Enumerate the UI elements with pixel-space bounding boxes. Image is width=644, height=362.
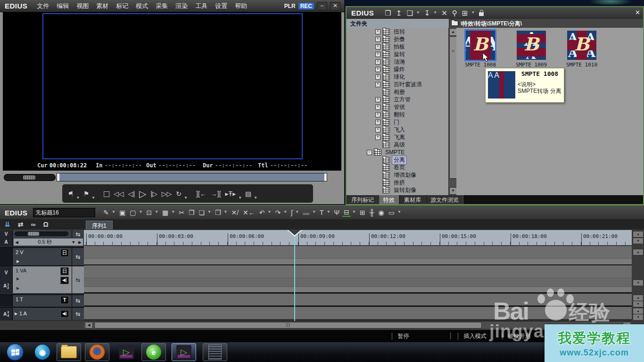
voiceover-icon[interactable]: Ψ [333,209,341,216]
open-project-icon[interactable]: ⊡ [145,209,153,216]
firefox-app[interactable] [85,343,109,361]
audio-mute-icon[interactable]: ◀) [60,277,69,284]
tree-item[interactable]: +扭转 [347,28,448,35]
dropdown-caret-icon[interactable]: ▼ [471,10,475,15]
plr-indicator[interactable]: PLR [284,3,296,9]
tree-item[interactable]: 相册 [347,88,448,96]
expand-icon[interactable]: + [375,127,380,132]
dropdown-caret-icon[interactable]: ▼ [416,10,420,15]
scroll-left-button[interactable]: ◀ [85,322,93,329]
expand-icon[interactable]: + [375,120,380,125]
scroll-down-button[interactable]: ▼ [633,301,644,307]
scrollbar-thumb[interactable]: ||| [94,322,482,329]
position-bar[interactable] [57,173,327,181]
dropdown-caret-icon[interactable]: ▼ [283,210,287,214]
expand-track-icon[interactable]: ▶ [17,286,19,290]
save-project-icon[interactable]: ▦ [161,209,170,216]
tree-item-label[interactable]: 旋转划像 [392,186,418,194]
edius-pinned-app[interactable]: ▷ [114,343,139,361]
expand-icon[interactable]: + [375,112,380,117]
tree-item-label[interactable]: 折叠 [392,35,406,43]
timescale-spinner[interactable]: ◀ 0.5 秒 ▼ ▶ [14,239,83,246]
snap-icon[interactable]: Ω [43,221,48,228]
expand-icon[interactable]: + [375,74,380,80]
tree-item-label[interactable]: 扭转 [392,28,406,36]
fast-forward-icon[interactable]: ▷▷ [160,189,174,198]
tree-item[interactable]: 旋转划像 [347,186,448,194]
tree-item-label[interactable]: 管状 [392,103,406,111]
track-2v-sublane[interactable] [84,258,632,265]
expand-icon[interactable]: + [375,52,380,57]
patch-icon[interactable]: ⇆ [72,266,84,293]
browser-360-app[interactable]: e [141,343,166,361]
mixer-icon[interactable]: ╫ [368,209,376,216]
menu-item[interactable]: 模式 [132,1,152,11]
expand-icon[interactable]: + [375,44,380,49]
up-folder-icon[interactable]: ↥ [395,9,404,17]
sync-mode-icon[interactable]: ⇊ [5,221,10,228]
dropdown-caret-icon[interactable]: ▼ [312,210,316,214]
set-between-icon[interactable]: ▬ [301,209,311,216]
dropdown-caret-icon[interactable]: ▼ [112,210,116,214]
tree-item[interactable]: +旋转 [347,50,448,58]
scroll-up-button[interactable]: ▲ [633,231,644,238]
timescale-right-arrow[interactable]: ▶ [77,240,83,245]
capture-icon[interactable]: ▣ [118,209,127,216]
menu-item[interactable]: 视图 [73,1,92,11]
track-1a-channel-button[interactable]: A 34 [0,308,13,320]
tree-item[interactable]: +立方管 [347,96,448,103]
import-icon[interactable]: ↧ [423,9,432,17]
new-sequence-icon[interactable]: ▢ [128,209,137,216]
close-button[interactable]: ✕ [330,2,340,10]
expand-icon[interactable]: + [375,105,380,110]
expand-icon[interactable]: + [375,67,380,72]
expand-icon[interactable]: + [375,97,380,102]
tree-item-label[interactable]: 增强划像 [392,171,418,179]
track-1a-label[interactable]: 1 A [19,311,27,316]
tree-item-label[interactable]: 推挤 [392,179,406,187]
bin-tab-特效[interactable]: 特效 [379,195,399,204]
tree-item[interactable]: +折叠 [347,35,448,43]
tree-item[interactable]: +翻转 [347,111,448,118]
tree-item-label[interactable]: 旋转 [392,50,406,58]
start-button[interactable] [3,343,27,361]
scrollbar-thumb[interactable]: ≡ [449,36,457,179]
tree-item[interactable]: +飞入 [347,126,448,133]
ripple-mode-icon[interactable]: ∞ [31,221,35,228]
source-channel-video-button[interactable]: V [0,230,13,238]
tree-item-label[interactable]: 相册 [392,88,406,96]
menu-item[interactable]: 编辑 [53,1,73,11]
track-1va-video-channel-button[interactable]: V [0,266,13,279]
tree-item-label[interactable]: 门 [392,118,401,126]
project-name-field[interactable]: 无标题16 [33,208,95,217]
timeline-tracks-area[interactable]: 00:00:00:0000:00:03:0000:00:06:0000:00:0… [84,230,632,321]
track-1t-lane[interactable] [84,294,632,305]
dropdown-caret-icon[interactable]: ▼ [184,196,188,200]
copy-icon[interactable]: ❐ [187,209,196,216]
color-correction-icon[interactable]: ◉ [377,209,386,216]
tree-item-label[interactable]: 拍板 [392,43,406,51]
expand-track-icon[interactable]: ▶ [17,259,19,263]
tree-item[interactable]: +爆炸 [347,66,448,73]
patch-icon[interactable]: ⇆ [72,295,84,306]
tree-item[interactable]: +拍板 [347,43,448,50]
dropdown-caret-icon[interactable]: ▼ [295,210,299,214]
next-frame-icon[interactable]: |▷ [149,189,159,198]
expand-icon[interactable]: + [375,37,380,42]
menu-item[interactable]: 工具 [191,1,211,11]
scroll-down-button[interactable]: ▼ [633,314,644,321]
tree-item-label[interactable]: 百叶窗波浪 [392,81,423,89]
tree-scrollbar[interactable]: ▲ ≡ ▼ [448,28,456,195]
export-icon[interactable]: ▤ [243,189,253,198]
track-1va-label[interactable]: 1 VA [16,268,26,273]
rewind-icon[interactable]: ◁◁ [112,189,126,198]
screen-export-icon[interactable]: ⊟ [342,208,351,217]
insert-overwrite-icon[interactable]: ⇄ [18,221,24,228]
dropdown-caret-icon[interactable]: ▼ [207,210,211,214]
tree-item-label[interactable]: 球化 [392,73,406,81]
monitor-view-icon[interactable]: ▭ [387,209,396,216]
dropdown-caret-icon[interactable]: ▼ [238,196,242,200]
scroll-down-button[interactable]: ▼ [633,238,644,244]
expand-icon[interactable]: + [375,59,380,65]
dropdown-caret-icon[interactable]: ▼ [155,210,158,214]
